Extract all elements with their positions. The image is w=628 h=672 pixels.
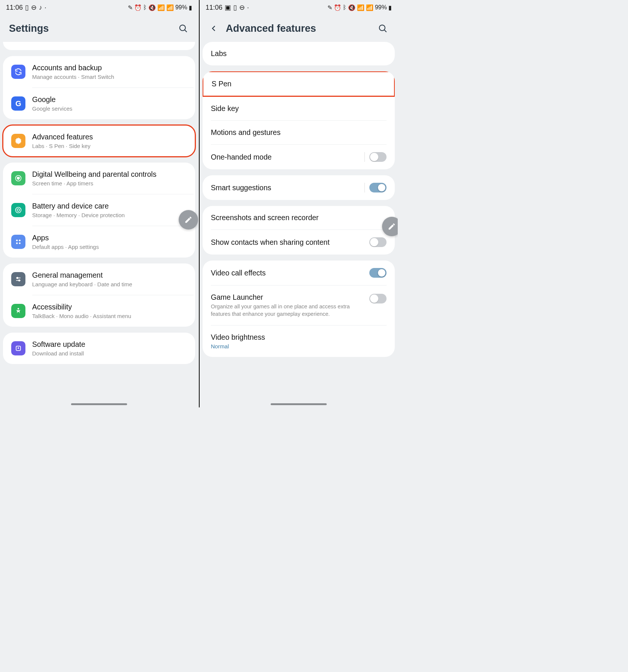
row-sub: Default apps · App settings <box>32 244 187 250</box>
nfc-icon: ▯ <box>233 3 237 12</box>
row-game-launcher[interactable]: Game Launcher Organize all your games al… <box>203 286 395 325</box>
dnd-icon: ⊖ <box>239 3 245 12</box>
home-indicator[interactable] <box>71 403 127 405</box>
search-button[interactable] <box>377 22 389 34</box>
update-icon <box>11 341 25 355</box>
row-motions-gestures[interactable]: Motions and gestures <box>203 121 395 144</box>
search-button[interactable] <box>177 22 189 34</box>
row-label: Screenshots and screen recorder <box>211 213 387 222</box>
row-label: Labs <box>211 49 387 58</box>
settings-group: Software update Download and install <box>3 333 195 364</box>
settings-row-general-management[interactable]: General management Language and keyboard… <box>3 263 195 295</box>
back-button[interactable] <box>209 23 219 34</box>
toggle-smart-suggestions[interactable] <box>369 183 387 192</box>
settings-row-accessibility[interactable]: Accessibility TalkBack · Mono audio · As… <box>3 295 195 327</box>
settings-row-google[interactable]: G Google Google services <box>3 88 195 119</box>
row-show-contacts-sharing[interactable]: Show contacts when sharing content <box>203 230 395 255</box>
status-bar: 11:06 ▣ ▯ ⊖ · ✎ ⏰ ᛒ 🔇 📶 📶 99% ▮ <box>200 0 398 13</box>
row-label: Video brightness <box>211 333 387 342</box>
edit-fab[interactable] <box>179 210 198 229</box>
toggle-show-contacts[interactable] <box>369 237 387 247</box>
row-video-brightness[interactable]: Video brightness Normal <box>203 326 395 357</box>
row-sub: Normal <box>211 343 387 349</box>
row-label: Digital Wellbeing and parental controls <box>32 170 187 179</box>
row-sub: TalkBack · Mono audio · Assistant menu <box>32 313 187 319</box>
row-side-key[interactable]: Side key <box>203 97 395 120</box>
row-labs[interactable]: Labs <box>203 42 395 65</box>
heart-icon <box>11 171 25 185</box>
battery-icon: ▮ <box>388 4 392 11</box>
svg-point-4 <box>16 207 21 213</box>
svg-point-13 <box>19 280 20 281</box>
mute-icon: 🔇 <box>148 4 156 11</box>
toggle-separator <box>364 152 365 162</box>
alarm-icon: ⏰ <box>334 4 341 11</box>
row-sub: Screen time · App timers <box>32 180 187 187</box>
edit-icon: ✎ <box>327 4 332 11</box>
svg-point-5 <box>17 209 20 212</box>
alarm-icon: ⏰ <box>134 4 142 11</box>
advanced-group: Labs <box>203 42 395 65</box>
row-label: Side key <box>211 104 387 113</box>
row-screenshots-recorder[interactable]: Screenshots and screen recorder <box>203 206 395 229</box>
settings-row-accounts-backup[interactable]: Accounts and backup Manage accounts · Sm… <box>3 56 195 87</box>
music-icon: ♪ <box>39 4 42 12</box>
page-title: Advanced features <box>226 23 370 34</box>
svg-point-0 <box>180 25 185 31</box>
row-label: Advanced features <box>32 133 187 141</box>
toggle-game-launcher[interactable] <box>369 294 387 303</box>
row-label: Smart suggestions <box>211 184 358 192</box>
svg-point-9 <box>19 243 21 244</box>
battery-percent: 99% <box>375 4 387 11</box>
edit-icon: ✎ <box>128 4 133 11</box>
svg-point-8 <box>16 243 18 244</box>
care-icon <box>11 203 25 217</box>
svg-point-12 <box>17 277 18 278</box>
signal-icon: 📶 <box>166 4 174 11</box>
google-icon: G <box>11 96 25 111</box>
left-screenshot: 11:06 ▯ ⊖ ♪ · ✎ ⏰ ᛒ 🔇 📶 📶 99% ▮ Settings <box>0 0 198 407</box>
wifi-icon: 📶 <box>357 4 364 11</box>
toggle-one-handed[interactable] <box>369 152 387 162</box>
status-bar: 11:06 ▯ ⊖ ♪ · ✎ ⏰ ᛒ 🔇 📶 📶 99% ▮ <box>0 0 198 13</box>
advanced-group: Video call effects Game Launcher Organiz… <box>203 261 395 357</box>
row-label: Google <box>32 95 187 104</box>
settings-row-advanced-features[interactable]: Advanced features Labs · S Pen · Side ke… <box>3 125 195 157</box>
row-label: Motions and gestures <box>211 128 387 137</box>
wifi-icon: 📶 <box>157 4 165 11</box>
settings-row-battery-care[interactable]: Battery and device care Storage · Memory… <box>3 194 195 226</box>
bluetooth-icon: ᛒ <box>143 4 147 11</box>
advanced-group: Smart suggestions <box>203 175 395 200</box>
row-label: Video call effects <box>211 269 363 277</box>
row-label: Battery and device care <box>32 202 187 210</box>
row-sub: Google services <box>32 105 187 112</box>
apps-icon <box>11 235 25 249</box>
settings-group-advanced-features: Advanced features Labs · S Pen · Side ke… <box>3 125 195 157</box>
mute-icon: 🔇 <box>348 4 355 11</box>
row-one-handed-mode[interactable]: One-handed mode <box>203 145 395 169</box>
settings-row-digital-wellbeing[interactable]: Digital Wellbeing and parental controls … <box>3 163 195 194</box>
settings-row-apps[interactable]: Apps Default apps · App settings <box>3 226 195 258</box>
settings-group: Digital Wellbeing and parental controls … <box>3 163 195 258</box>
svg-point-6 <box>16 240 18 241</box>
a11y-icon <box>11 304 25 318</box>
dnd-icon: ⊖ <box>31 3 37 12</box>
settings-row-software-update[interactable]: Software update Download and install <box>3 333 195 364</box>
row-label: Accessibility <box>32 303 187 311</box>
settings-group: General management Language and keyboard… <box>3 263 195 327</box>
home-indicator[interactable] <box>271 403 327 405</box>
row-sub: Download and install <box>32 350 187 357</box>
row-video-call-effects[interactable]: Video call effects <box>203 261 395 285</box>
row-sub: Manage accounts · Smart Switch <box>32 74 187 80</box>
row-s-pen[interactable]: S Pen <box>203 71 395 97</box>
row-label: Software update <box>32 340 187 349</box>
svg-point-16 <box>379 25 385 31</box>
svg-line-17 <box>384 30 386 32</box>
row-sub: Labs · S Pen · Side key <box>32 143 187 149</box>
settings-group: Accounts and backup Manage accounts · Sm… <box>3 56 195 119</box>
sliders-icon <box>11 272 25 286</box>
toggle-video-call-effects[interactable] <box>369 268 387 278</box>
advanced-group: S Pen Side key Motions and gestures One-… <box>203 71 395 169</box>
row-smart-suggestions[interactable]: Smart suggestions <box>203 175 395 200</box>
svg-point-14 <box>18 308 19 309</box>
